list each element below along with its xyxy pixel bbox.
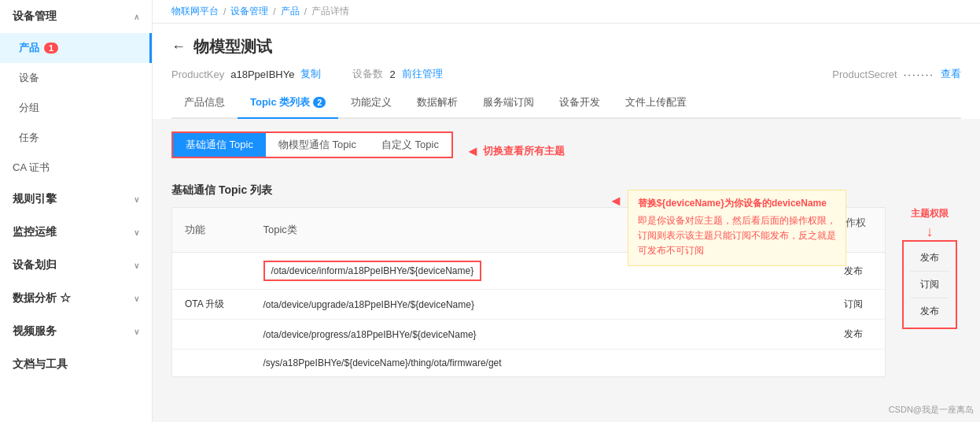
device-count-label: 设备数 bbox=[352, 67, 383, 81]
product-key-label: ProductKey bbox=[171, 68, 224, 80]
tab-topic-list[interactable]: Topic 类列表 2 bbox=[238, 87, 338, 119]
op-cell bbox=[823, 350, 886, 377]
breadcrumb-device-mgmt[interactable]: 设备管理 bbox=[230, 5, 268, 18]
device-count-value: 2 bbox=[389, 68, 395, 80]
left-arrow-icon: ◄ bbox=[609, 193, 623, 209]
view-secret-button[interactable]: 查看 bbox=[941, 67, 961, 81]
topic-btn-model[interactable]: 物模型通信 Topic bbox=[266, 133, 369, 157]
sidebar-section-docs[interactable]: 文档与工具 bbox=[0, 348, 152, 381]
product-secret-dots: ······· bbox=[904, 68, 934, 80]
content-area: 基础通信 Topic 物模型通信 Topic 自定义 Topic ◄ 切换查看所… bbox=[153, 119, 980, 422]
chevron-down-icon: ∨ bbox=[134, 228, 139, 237]
product-badge: 1 bbox=[44, 43, 58, 54]
product-key-value: a18PpeIBHYe bbox=[230, 68, 294, 80]
tab-func-def[interactable]: 功能定义 bbox=[338, 87, 404, 117]
annotation-replace: 替换${deviceName}为你设备的deviceName bbox=[638, 197, 836, 210]
sidebar-item-product[interactable]: 产品 1 bbox=[0, 33, 152, 63]
tab-server-sub[interactable]: 服务端订阅 bbox=[470, 87, 547, 117]
breadcrumb-current: 产品详情 bbox=[311, 5, 349, 18]
sidebar-section-device-assign[interactable]: 设备划归 ∨ bbox=[0, 249, 152, 282]
chevron-down-icon: ∨ bbox=[134, 195, 139, 204]
table-row: /sys/a18PpeIBHYe/${deviceName}/thing/ota… bbox=[172, 350, 886, 377]
main-content: 物联网平台 / 设备管理 / 产品 / 产品详情 ← 物模型测试 Product… bbox=[153, 0, 980, 422]
topic-cell: /sys/a18PpeIBHYe/${deviceName}/thing/ota… bbox=[251, 350, 823, 377]
chevron-up-icon: ∧ bbox=[134, 13, 139, 21]
sidebar-item-task[interactable]: 任务 bbox=[0, 123, 152, 153]
tab-device-dev[interactable]: 设备开发 bbox=[547, 87, 613, 117]
annotation-detail: 即是你设备对应主题，然后看后面的操作权限， 订阅则表示该主题只能订阅不能发布，反… bbox=[638, 213, 836, 259]
sidebar-section-rules[interactable]: 规则引擎 ∨ bbox=[0, 183, 152, 216]
op-publish-1: 发布 bbox=[910, 245, 949, 272]
product-secret-item: ProductSecret ······· 查看 bbox=[832, 67, 961, 81]
breadcrumb-product[interactable]: 产品 bbox=[281, 5, 300, 18]
func-cell bbox=[172, 320, 251, 350]
tab-bar: 产品信息 Topic 类列表 2 功能定义 数据解析 服务端订阅 设备开发 文件… bbox=[171, 87, 961, 119]
manage-link[interactable]: 前往管理 bbox=[402, 67, 443, 81]
func-cell bbox=[172, 253, 251, 290]
sidebar-section-monitor[interactable]: 监控运维 ∨ bbox=[0, 216, 152, 249]
device-count-item: 设备数 2 前往管理 bbox=[352, 67, 442, 81]
page-title: 物模型测试 bbox=[193, 36, 272, 57]
sidebar-section-device-management[interactable]: 设备管理 ∧ bbox=[0, 0, 152, 33]
tab-product-info[interactable]: 产品信息 bbox=[171, 87, 238, 117]
right-annotation-box: 发布 订阅 发布 bbox=[902, 240, 957, 329]
chevron-down-icon: ∨ bbox=[134, 328, 139, 336]
sidebar-section-video[interactable]: 视频服务 ∨ bbox=[0, 315, 152, 348]
chevron-down-icon: ∨ bbox=[134, 294, 139, 303]
down-arrow-icon: ↓ bbox=[927, 224, 934, 240]
op-cell[interactable]: 发布 bbox=[823, 320, 886, 350]
right-annotation-label: 主题权限 bbox=[911, 207, 949, 220]
topic-btn-basic[interactable]: 基础通信 Topic bbox=[173, 133, 266, 157]
switch-annotation: 切换查看所有主题 bbox=[483, 144, 565, 158]
col-func: 功能 bbox=[172, 208, 251, 253]
copy-button[interactable]: 复制 bbox=[300, 67, 321, 81]
table-row: OTA 升级 /ota/device/upgrade/a18PpeIBHYe/$… bbox=[172, 290, 886, 320]
sidebar-item-device[interactable]: 设备 bbox=[0, 63, 152, 93]
product-key-item: ProductKey a18PpeIBHYe 复制 bbox=[171, 67, 321, 81]
watermark: CSDN@我是一座离岛 bbox=[889, 404, 974, 416]
annotation-detail-box: 替换${deviceName}为你设备的deviceName 即是你设备对应主题… bbox=[628, 190, 846, 266]
sidebar-item-ca[interactable]: CA 证书 bbox=[0, 153, 152, 183]
tab-data-parse[interactable]: 数据解析 bbox=[404, 87, 470, 117]
op-cell[interactable]: 订阅 bbox=[823, 290, 886, 320]
page-header: ← 物模型测试 ProductKey a18PpeIBHYe 复制 设备数 2 … bbox=[153, 24, 980, 119]
func-cell: OTA 升级 bbox=[172, 290, 251, 320]
topic-cell: /ota/device/progress/a18PpeIBHYe/${devic… bbox=[251, 320, 823, 350]
product-secret-label: ProductSecret bbox=[832, 68, 897, 80]
highlighted-topic: /ota/device/inform/a18PpeIBHYe/${deviceN… bbox=[263, 261, 482, 281]
breadcrumb-iot[interactable]: 物联网平台 bbox=[171, 5, 219, 18]
func-cell bbox=[172, 350, 251, 377]
table-row: /ota/device/progress/a18PpeIBHYe/${devic… bbox=[172, 320, 886, 350]
chevron-down-icon: ∨ bbox=[134, 261, 139, 270]
row-annotation: ◄ 替换${deviceName}为你设备的deviceName 即是你设备对应… bbox=[609, 190, 846, 266]
topic-type-buttons: 基础通信 Topic 物模型通信 Topic 自定义 Topic bbox=[171, 131, 453, 158]
op-publish-2: 发布 bbox=[910, 298, 949, 324]
topic-cell: /ota/device/upgrade/a18PpeIBHYe/${device… bbox=[251, 290, 823, 320]
sidebar: 设备管理 ∧ 产品 1 设备 分组 任务 CA 证书 规则引擎 ∨ 监控运维 ∨… bbox=[0, 0, 153, 422]
op-subscribe: 订阅 bbox=[910, 272, 949, 298]
switch-arrow-icon: ◄ bbox=[466, 143, 480, 160]
back-button[interactable]: ← bbox=[171, 39, 186, 55]
breadcrumb: 物联网平台 / 设备管理 / 产品 / 产品详情 bbox=[153, 0, 980, 24]
topic-btn-custom[interactable]: 自定义 Topic bbox=[369, 133, 451, 157]
tab-file-upload[interactable]: 文件上传配置 bbox=[613, 87, 699, 117]
topic-tab-badge: 2 bbox=[313, 97, 326, 108]
sidebar-item-group[interactable]: 分组 bbox=[0, 93, 152, 123]
sidebar-section-data-analysis[interactable]: 数据分析 ☆ ∨ bbox=[0, 282, 152, 315]
